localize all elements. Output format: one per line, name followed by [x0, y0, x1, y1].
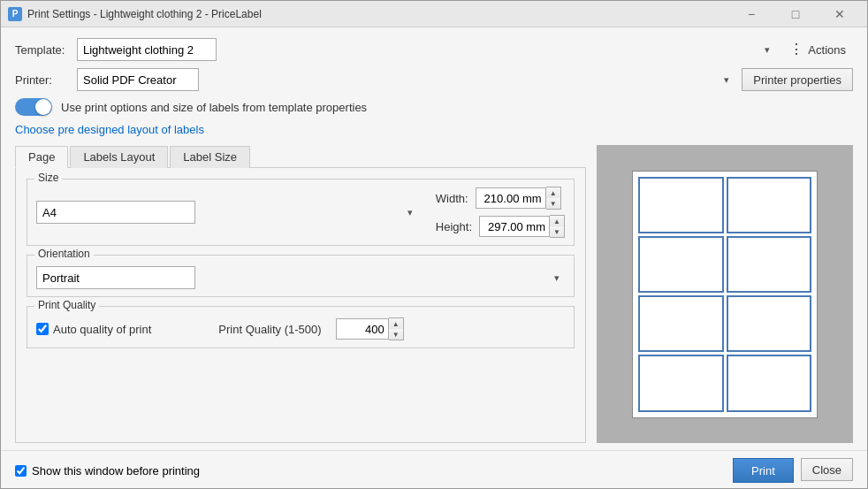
quality-spinner-buttons: ▲ ▼: [389, 317, 404, 340]
template-label: Template:: [15, 43, 77, 57]
width-spinner: ▲ ▼: [476, 187, 561, 210]
main-window: P Print Settings - Lightweight clothing …: [0, 0, 868, 489]
height-spinner-buttons: ▲ ▼: [550, 215, 565, 238]
bottom-left: Show this window before printing: [15, 464, 200, 478]
actions-dots-icon: ⋮: [789, 42, 804, 57]
orientation-select[interactable]: Portrait: [36, 266, 195, 289]
toggle-row: Use print options and size of labels fro…: [15, 98, 853, 116]
tab-page[interactable]: Page: [15, 146, 68, 168]
orientation-section: Orientation Portrait: [27, 255, 575, 297]
size-select[interactable]: A4: [36, 201, 195, 224]
template-control-wrap: Lightweight clothing 2 ⋮ Actions: [77, 38, 853, 61]
size-select-wrapper: A4: [36, 201, 418, 224]
width-label: Width:: [436, 192, 468, 205]
show-window-label: Show this window before printing: [32, 464, 200, 478]
bottom-right: Print Close: [733, 458, 853, 483]
preview-cell-1: [638, 177, 724, 233]
orientation-legend: Orientation: [34, 248, 94, 260]
window-controls: − □ ✕: [731, 1, 860, 27]
template-select[interactable]: Lightweight clothing 2: [77, 38, 217, 61]
tab-content-page: Size A4 Width:: [15, 168, 586, 443]
printer-label: Printer:: [15, 73, 77, 87]
printer-select-wrapper: Solid PDF Creator: [77, 68, 735, 91]
print-quality-section: Print Quality Auto quality of print Prin…: [27, 306, 575, 348]
quality-spinner: ▲ ▼: [336, 317, 404, 340]
dimensions-wrap: Width: ▲ ▼: [436, 187, 565, 238]
title-bar: P Print Settings - Lightweight clothing …: [1, 1, 867, 27]
printer-row: Printer: Solid PDF Creator Printer prope…: [15, 68, 853, 91]
preview-cell-3: [638, 236, 724, 293]
width-row: Width: ▲ ▼: [436, 187, 565, 210]
tab-labels-layout[interactable]: Labels Layout: [70, 146, 168, 168]
quality-input[interactable]: [336, 318, 389, 340]
width-decrement-button[interactable]: ▼: [546, 198, 560, 209]
printer-control-wrap: Solid PDF Creator Printer properties: [77, 68, 853, 91]
template-row: Template: Lightweight clothing 2 ⋮ Actio…: [15, 38, 853, 61]
height-increment-button[interactable]: ▲: [550, 216, 564, 226]
print-button[interactable]: Print: [733, 458, 794, 483]
orientation-select-wrapper: Portrait: [36, 266, 565, 289]
right-panel: [597, 145, 853, 443]
minimize-button[interactable]: −: [731, 1, 772, 27]
print-quality-legend: Print Quality: [34, 299, 99, 311]
tabs-bar: Page Labels Layout Label Size: [15, 145, 586, 168]
show-window-checkbox[interactable]: [15, 465, 27, 477]
preview-cell-7: [638, 355, 724, 411]
left-panel: Page Labels Layout Label Size Size: [15, 145, 586, 443]
actions-button[interactable]: ⋮ Actions: [782, 38, 853, 61]
window-content: Template: Lightweight clothing 2 ⋮ Actio…: [1, 27, 867, 450]
tab-label-size[interactable]: Label Size: [170, 146, 250, 168]
actions-label: Actions: [808, 43, 846, 57]
preview-cell-6: [727, 295, 812, 352]
use-template-toggle[interactable]: [15, 98, 52, 116]
height-label: Height:: [436, 220, 472, 233]
auto-quality-checkbox[interactable]: [36, 323, 49, 335]
printer-select[interactable]: Solid PDF Creator: [77, 68, 199, 91]
print-quality-row: Auto quality of print Print Quality (1-5…: [36, 317, 565, 340]
choose-layout-link[interactable]: Choose pre designed layout of labels: [15, 123, 853, 136]
auto-quality-label: Auto quality of print: [53, 323, 151, 336]
preview-cell-8: [727, 355, 812, 411]
preview-cell-4: [727, 236, 812, 293]
height-input[interactable]: [479, 216, 550, 237]
maximize-button[interactable]: □: [775, 1, 816, 27]
preview-area: [597, 145, 853, 443]
width-input[interactable]: [476, 187, 546, 209]
preview-paper: [632, 171, 818, 418]
close-button[interactable]: Close: [801, 458, 853, 481]
close-window-button[interactable]: ✕: [819, 1, 860, 27]
template-select-wrapper: Lightweight clothing 2: [77, 38, 775, 61]
print-quality-label: Print Quality (1-500): [218, 323, 321, 336]
quality-increment-button[interactable]: ▲: [389, 318, 403, 329]
size-legend: Size: [34, 172, 62, 184]
size-section: Size A4 Width:: [27, 179, 575, 246]
main-area: Page Labels Layout Label Size Size: [15, 145, 853, 443]
height-decrement-button[interactable]: ▼: [550, 226, 564, 237]
preview-cell-5: [638, 295, 724, 352]
bottom-bar: Show this window before printing Print C…: [1, 450, 867, 488]
auto-quality-wrap: Auto quality of print: [36, 323, 151, 336]
preview-cell-2: [727, 177, 812, 233]
width-increment-button[interactable]: ▲: [546, 187, 560, 198]
printer-properties-button[interactable]: Printer properties: [742, 68, 853, 91]
size-row: A4 Width: ▲ ▼: [36, 187, 565, 238]
quality-decrement-button[interactable]: ▼: [389, 329, 403, 340]
height-row: Height: ▲ ▼: [436, 215, 565, 238]
window-title: Print Settings - Lightweight clothing 2 …: [27, 8, 731, 20]
width-spinner-buttons: ▲ ▼: [546, 187, 561, 210]
app-icon: P: [8, 7, 22, 21]
height-spinner: ▲ ▼: [479, 215, 565, 238]
toggle-label: Use print options and size of labels fro…: [61, 101, 367, 114]
orientation-row: Portrait: [36, 266, 565, 289]
